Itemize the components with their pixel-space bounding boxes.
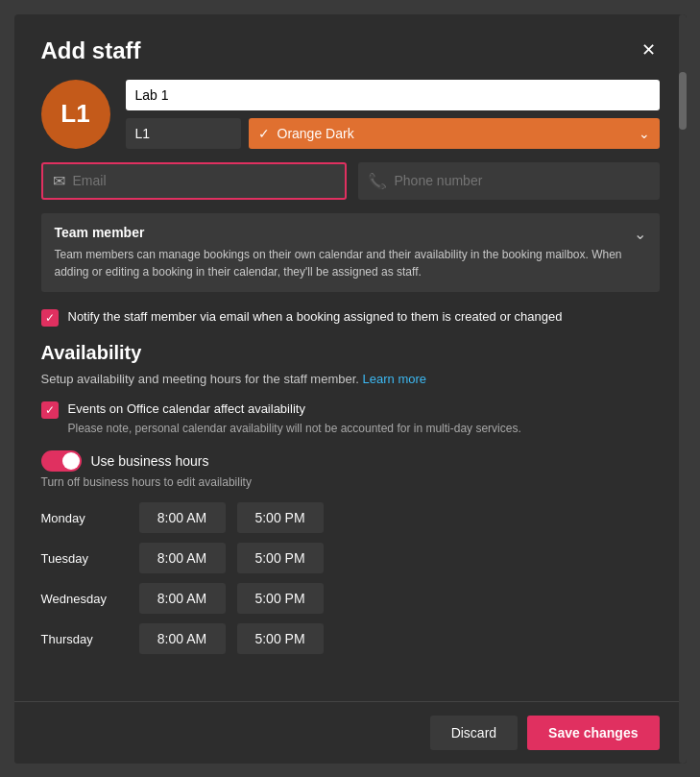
- modal-header: Add staff ✕: [14, 14, 687, 64]
- day-label-wednesday: Wednesday: [41, 592, 128, 606]
- schedule-row-wednesday: Wednesday 8:00 AM 5:00 PM: [41, 583, 660, 614]
- initials-input[interactable]: [126, 118, 241, 149]
- chevron-down-icon: ⌄: [639, 126, 650, 141]
- business-hours-toggle[interactable]: [41, 450, 82, 472]
- day-label-thursday: Thursday: [41, 632, 128, 646]
- phone-icon: 📞: [368, 172, 387, 190]
- scrollbar-track: [679, 14, 687, 764]
- discard-button[interactable]: Discard: [430, 716, 518, 750]
- wednesday-end-time[interactable]: 5:00 PM: [237, 583, 324, 614]
- notify-checkbox-row: ✓ Notify the staff member via email when…: [41, 307, 660, 327]
- scrollbar-thumb[interactable]: [679, 72, 687, 130]
- availability-desc-text: Setup availability and meeting hours for…: [41, 372, 359, 386]
- phone-input[interactable]: [395, 173, 650, 188]
- notify-checkbox[interactable]: ✓: [41, 309, 59, 327]
- monday-end-time[interactable]: 5:00 PM: [237, 502, 324, 533]
- name-color-row: ✓ Orange Dark ⌄: [126, 118, 660, 149]
- day-label-tuesday: Tuesday: [41, 551, 128, 566]
- color-label: Orange Dark: [278, 126, 354, 141]
- availability-title: Availability: [41, 342, 660, 364]
- calendar-note: Please note, personal calendar availabil…: [68, 422, 521, 435]
- schedule-row-monday: Monday 8:00 AM 5:00 PM: [41, 502, 660, 533]
- add-staff-modal: Add staff ✕ L1 ✓ Orange Dark ⌄: [14, 14, 687, 764]
- close-button[interactable]: ✕: [638, 37, 660, 62]
- role-header: Team member Team members can manage book…: [55, 225, 646, 280]
- day-label-monday: Monday: [41, 511, 128, 525]
- contact-row: ✉ 📞: [41, 162, 660, 200]
- toggle-hint: Turn off business hours to edit availabi…: [41, 475, 660, 489]
- tuesday-start-time[interactable]: 8:00 AM: [139, 543, 226, 573]
- modal-title: Add staff: [41, 37, 141, 64]
- calendar-checkbox[interactable]: ✓: [41, 401, 59, 419]
- calendar-checkbox-row: ✓ Events on Office calendar affect avail…: [41, 400, 660, 436]
- toggle-knob: [62, 452, 80, 470]
- learn-more-link[interactable]: Learn more: [363, 372, 426, 386]
- role-section: Team member Team members can manage book…: [41, 213, 660, 292]
- modal-body: L1 ✓ Orange Dark ⌄ ✉: [14, 64, 687, 701]
- email-input[interactable]: [73, 173, 335, 188]
- email-field-container: ✉: [41, 162, 347, 200]
- notify-label: Notify the staff member via email when a…: [68, 307, 563, 327]
- wednesday-start-time[interactable]: 8:00 AM: [139, 583, 226, 614]
- role-description: Team members can manage bookings on thei…: [55, 246, 634, 280]
- availability-section: Availability Setup availability and meet…: [41, 342, 660, 655]
- color-checkmark: ✓: [258, 126, 270, 141]
- calendar-checkmark: ✓: [45, 403, 55, 417]
- save-button[interactable]: Save changes: [527, 716, 659, 750]
- role-title: Team member: [55, 225, 634, 240]
- schedule-row-tuesday: Tuesday 8:00 AM 5:00 PM: [41, 543, 660, 573]
- thursday-start-time[interactable]: 8:00 AM: [139, 623, 226, 654]
- calendar-checkbox-label: Events on Office calendar affect availab…: [68, 400, 521, 419]
- monday-start-time[interactable]: 8:00 AM: [139, 502, 226, 533]
- avatar: L1: [41, 80, 110, 149]
- tuesday-end-time[interactable]: 5:00 PM: [237, 543, 324, 573]
- profile-row: L1 ✓ Orange Dark ⌄: [41, 80, 660, 149]
- business-hours-label: Use business hours: [91, 453, 209, 469]
- availability-desc: Setup availability and meeting hours for…: [41, 372, 660, 386]
- email-icon: ✉: [53, 172, 65, 190]
- full-name-input[interactable]: [126, 80, 660, 110]
- name-fields: ✓ Orange Dark ⌄: [126, 80, 660, 149]
- schedule-row-thursday: Thursday 8:00 AM 5:00 PM: [41, 623, 660, 654]
- notify-checkmark: ✓: [45, 311, 55, 325]
- phone-field-container: 📞: [358, 162, 660, 200]
- color-select-dropdown[interactable]: ✓ Orange Dark ⌄: [249, 118, 660, 149]
- thursday-end-time[interactable]: 5:00 PM: [237, 623, 324, 654]
- business-hours-toggle-row: Use business hours: [41, 450, 660, 472]
- role-chevron-icon[interactable]: ⌄: [634, 225, 646, 243]
- modal-footer: Discard Save changes: [14, 701, 687, 764]
- schedule-table: Monday 8:00 AM 5:00 PM Tuesday 8:00 AM 5…: [41, 502, 660, 654]
